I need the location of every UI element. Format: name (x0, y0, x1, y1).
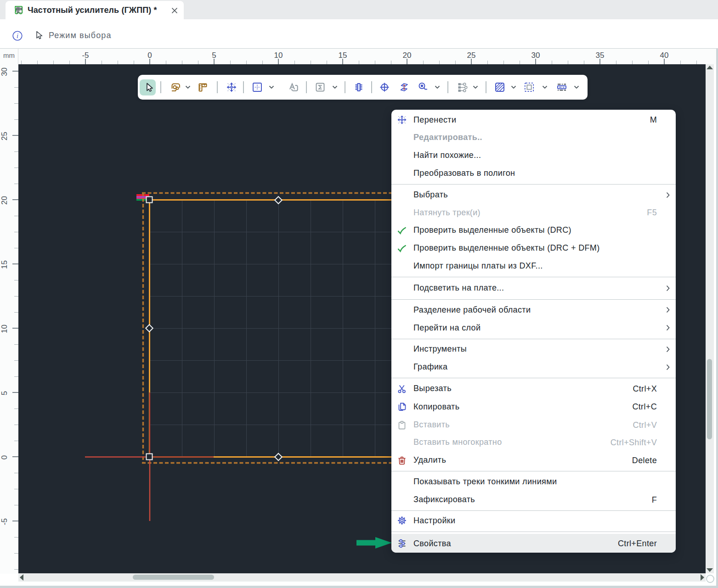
svg-text:i: i (17, 32, 18, 39)
